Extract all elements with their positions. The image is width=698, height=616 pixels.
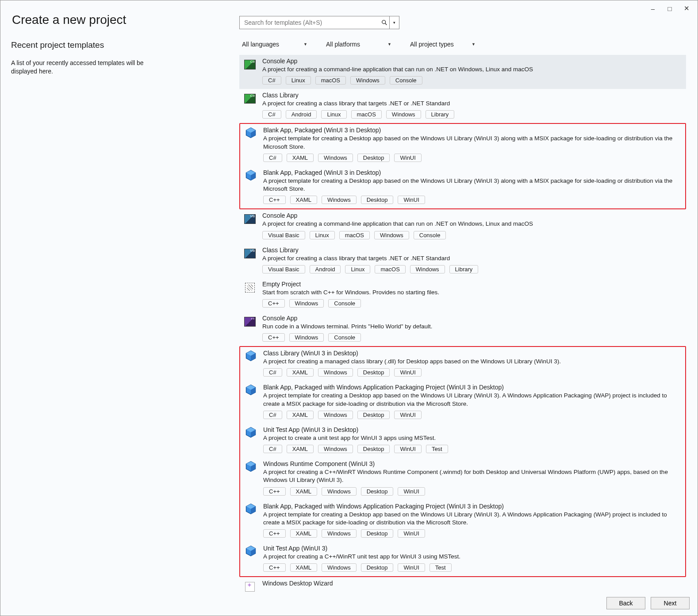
template-tags: C#XAMLWindowsDesktopWinUI	[263, 154, 683, 162]
winui-icon	[245, 127, 257, 140]
empty-project-icon	[245, 283, 255, 293]
template-icon	[245, 546, 257, 558]
template-tag: Desktop	[357, 411, 390, 419]
template-item[interactable]: Console AppA project for creating a comm…	[239, 55, 686, 89]
project-type-filter-label: All project types	[410, 41, 454, 48]
cpp-icon	[244, 317, 256, 327]
template-tag: macOS	[339, 231, 370, 239]
template-title: Windows Runtime Component (WinUI 3)	[263, 460, 683, 467]
template-tag: XAML	[287, 411, 314, 419]
template-tag: Windows	[322, 487, 357, 496]
page-title: Create a new project	[12, 13, 126, 27]
template-tag: Test	[430, 563, 452, 572]
template-description: A project for creating a managed class l…	[263, 358, 683, 366]
template-title: Console App	[262, 212, 683, 219]
template-tag: Desktop	[361, 196, 394, 204]
back-button[interactable]: Back	[606, 597, 645, 609]
template-description: A project for creating a command-line ap…	[262, 65, 683, 73]
template-tag: C++	[263, 563, 286, 572]
template-title: Console App	[262, 315, 683, 322]
template-tags: C++WindowsConsole	[262, 299, 683, 308]
template-item[interactable]: Console AppA project for creating a comm…	[239, 209, 686, 243]
dialog-footer: Back Next	[606, 597, 690, 609]
search-options-dropdown[interactable]: ▾	[390, 16, 399, 29]
search-icon[interactable]	[380, 16, 389, 29]
template-item[interactable]: Blank App, Packaged with Windows Applica…	[240, 500, 685, 542]
template-item[interactable]: Unit Test App (WinUI 3)A project for cre…	[240, 542, 685, 576]
template-item[interactable]: Blank App, Packaged (WinUI 3 in Desktop)…	[240, 166, 685, 208]
search-input[interactable]	[240, 17, 380, 28]
template-icon	[245, 385, 257, 397]
template-tag: Desktop	[357, 154, 390, 162]
template-body: Unit Test App (WinUI 3 in Desktop)A proj…	[263, 426, 683, 453]
template-tag: Console	[390, 76, 422, 85]
template-tag: Windows	[350, 76, 385, 85]
template-item[interactable]: Windows Desktop Wizard	[239, 577, 686, 597]
template-tag: Desktop	[361, 563, 394, 572]
template-tag: macOS	[351, 110, 382, 119]
template-description: A project template for creating a Deskto…	[263, 177, 683, 193]
template-tags: C#AndroidLinuxmacOSWindowsLibrary	[262, 110, 683, 119]
template-icon	[245, 427, 257, 439]
template-icon	[245, 461, 257, 474]
next-button[interactable]: Next	[651, 597, 690, 609]
template-tag: macOS	[315, 76, 346, 85]
template-tag: Desktop	[361, 487, 394, 496]
template-tags: C++XAMLWindowsDesktopWinUI	[263, 487, 683, 496]
template-item[interactable]: Blank App, Packaged (WinUI 3 in Desktop)…	[240, 124, 685, 166]
template-tag: C#	[263, 154, 282, 162]
template-tag: Test	[426, 445, 448, 453]
template-item[interactable]: Class Library (WinUI 3 in Desktop)A proj…	[240, 347, 685, 381]
search-box[interactable]	[239, 16, 390, 29]
minimize-button[interactable]: –	[647, 3, 659, 14]
template-tag: WinUI	[394, 154, 421, 162]
dialog-window: – □ ✕ Create a new project Recent projec…	[0, 0, 698, 616]
template-tag: Console	[328, 333, 361, 342]
vb-icon	[244, 249, 256, 258]
template-tag: C++	[262, 333, 285, 342]
chevron-down-icon: ▼	[387, 42, 391, 46]
template-tag: Windows	[318, 154, 353, 162]
template-title: Unit Test App (WinUI 3)	[263, 545, 683, 552]
template-icon	[244, 58, 256, 71]
template-description: A project template for creating a Deskto…	[263, 392, 683, 408]
template-body: Console AppRun code in a Windows termina…	[262, 315, 683, 342]
template-tag: Windows	[289, 299, 324, 308]
template-item[interactable]: Empty ProjectStart from scratch with C++…	[239, 278, 686, 312]
template-item[interactable]: Windows Runtime Component (WinUI 3)A pro…	[240, 458, 685, 500]
template-item[interactable]: Unit Test App (WinUI 3 in Desktop)A proj…	[240, 424, 685, 458]
template-title: Class Library (WinUI 3 in Desktop)	[263, 350, 683, 357]
template-tag: Desktop	[357, 445, 390, 453]
template-title: Unit Test App (WinUI 3 in Desktop)	[263, 426, 683, 433]
chevron-down-icon: ▼	[303, 42, 307, 46]
template-title: Blank App, Packaged (WinUI 3 in Desktop)	[263, 169, 683, 176]
platform-filter[interactable]: All platforms ▼	[323, 38, 394, 50]
template-body: Unit Test App (WinUI 3)A project for cre…	[263, 545, 683, 572]
template-item[interactable]: Blank App, Packaged with Windows Applica…	[240, 381, 685, 423]
project-type-filter[interactable]: All project types ▼	[407, 38, 478, 50]
template-title: Empty Project	[262, 281, 683, 288]
language-filter[interactable]: All languages ▼	[239, 38, 310, 50]
template-tag: Windows	[322, 529, 357, 538]
template-title: Class Library	[262, 92, 683, 99]
template-tags: C#XAMLWindowsDesktopWinUI	[263, 368, 683, 377]
template-item[interactable]: Console AppRun code in a Windows termina…	[239, 312, 686, 346]
template-tag: Visual Basic	[262, 231, 305, 239]
template-tag: Library	[426, 110, 455, 119]
template-tag: Linux	[310, 231, 335, 239]
maximize-button[interactable]: □	[664, 3, 675, 14]
template-tag: C#	[263, 368, 282, 377]
template-tag: Windows	[322, 563, 357, 572]
template-tag: Windows	[318, 411, 353, 419]
highlight-group: Class Library (WinUI 3 in Desktop)A proj…	[239, 346, 686, 577]
template-description: Run code in a Windows terminal. Prints "…	[262, 323, 683, 331]
template-item[interactable]: Class LibraryA project for creating a cl…	[239, 244, 686, 278]
template-title: Blank App, Packaged (WinUI 3 in Desktop)	[263, 127, 683, 134]
template-description: A project template for creating a Deskto…	[263, 511, 683, 527]
template-icon	[244, 247, 256, 260]
template-item[interactable]: Class LibraryA project for creating a cl…	[239, 89, 686, 123]
template-description: Start from scratch with C++ for Windows.…	[262, 289, 683, 296]
template-body: Windows Runtime Component (WinUI 3)A pro…	[263, 460, 683, 495]
close-button[interactable]: ✕	[681, 3, 692, 14]
template-description: A project for creating a class library t…	[262, 100, 683, 108]
